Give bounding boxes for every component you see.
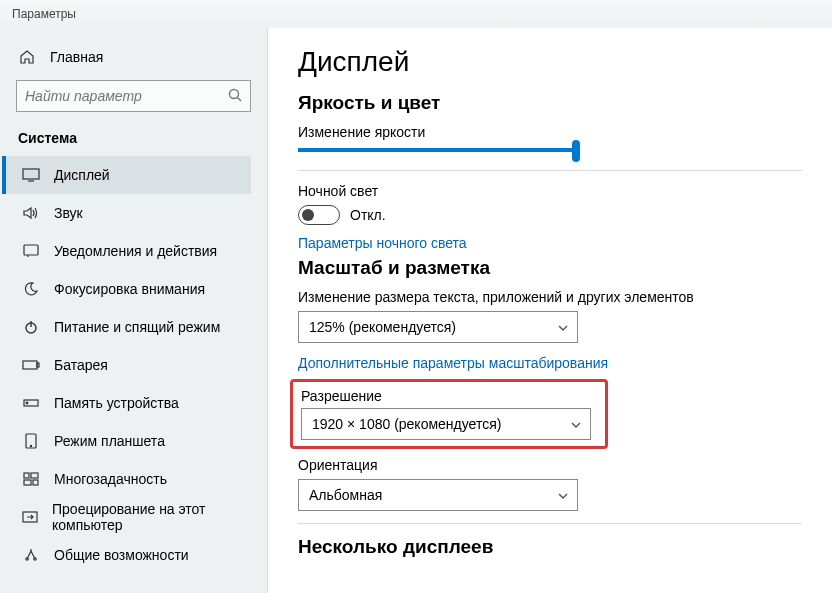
sidebar-item-label: Батарея <box>54 357 108 373</box>
svg-rect-4 <box>24 245 38 255</box>
sidebar-item-power[interactable]: Питание и спящий режим <box>2 308 251 346</box>
sidebar-item-label: Память устройства <box>54 395 179 411</box>
sidebar-item-label: Питание и спящий режим <box>54 319 220 335</box>
orientation-value: Альбомная <box>309 487 382 503</box>
sidebar-item-label: Уведомления и действия <box>54 243 217 259</box>
project-icon <box>22 508 38 526</box>
sidebar-item-notifications[interactable]: Уведомления и действия <box>2 232 251 270</box>
battery-icon <box>22 356 40 374</box>
svg-rect-14 <box>31 473 38 478</box>
toggle-state-label: Откл. <box>350 207 386 223</box>
night-light-settings-link[interactable]: Параметры ночного света <box>298 235 802 251</box>
night-light-label: Ночной свет <box>298 183 802 199</box>
sidebar-item-storage[interactable]: Память устройства <box>2 384 251 422</box>
notifications-icon <box>22 242 40 260</box>
sidebar-item-label: Звук <box>54 205 83 221</box>
home-icon <box>18 48 36 66</box>
svg-rect-7 <box>23 361 37 369</box>
sidebar-item-label: Режим планшета <box>54 433 165 449</box>
svg-point-12 <box>30 445 31 446</box>
divider <box>298 170 802 171</box>
multi-display-section-title: Несколько дисплеев <box>298 536 802 558</box>
svg-rect-8 <box>37 363 39 367</box>
resolution-highlight-annotation: Разрешение 1920 × 1080 (рекомендуется) <box>290 379 608 449</box>
sidebar-home-label: Главная <box>50 49 103 65</box>
sidebar-item-label: Общие возможности <box>54 547 189 563</box>
sidebar-item-label: Дисплей <box>54 167 110 183</box>
brightness-label: Изменение яркости <box>298 124 802 140</box>
shared-icon <box>22 546 40 564</box>
sidebar-item-project[interactable]: Проецирование на этот компьютер <box>2 498 251 536</box>
search-input[interactable] <box>16 80 251 112</box>
power-icon <box>22 318 40 336</box>
resolution-label: Разрешение <box>301 388 597 404</box>
scale-value: 125% (рекомендуется) <box>309 319 456 335</box>
scale-section-title: Масштаб и разметка <box>298 257 802 279</box>
resolution-select[interactable]: 1920 × 1080 (рекомендуется) <box>301 408 591 440</box>
sidebar-item-tablet[interactable]: Режим планшета <box>2 422 251 460</box>
advanced-scaling-link[interactable]: Дополнительные параметры масштабирования <box>298 355 802 371</box>
sidebar: Главная Система Дисплей Звук <box>0 28 268 593</box>
resolution-value: 1920 × 1080 (рекомендуется) <box>312 416 501 432</box>
sidebar-item-battery[interactable]: Батарея <box>2 346 251 384</box>
svg-point-10 <box>26 402 28 404</box>
sidebar-item-shared[interactable]: Общие возможности <box>2 536 251 574</box>
svg-point-0 <box>230 90 239 99</box>
search-box[interactable] <box>16 80 251 112</box>
sidebar-item-multitask[interactable]: Многозадачность <box>2 460 251 498</box>
scale-select[interactable]: 125% (рекомендуется) <box>298 311 578 343</box>
svg-rect-13 <box>24 473 29 478</box>
display-icon <box>22 166 40 184</box>
orientation-label: Ориентация <box>298 457 802 473</box>
multitask-icon <box>22 470 40 488</box>
brightness-section-title: Яркость и цвет <box>298 92 802 114</box>
sound-icon <box>22 204 40 222</box>
sidebar-section-label: Система <box>18 130 251 146</box>
page-title: Дисплей <box>298 46 802 78</box>
night-light-toggle[interactable] <box>298 205 340 225</box>
sidebar-item-label: Проецирование на этот компьютер <box>52 501 245 533</box>
divider <box>298 523 802 524</box>
svg-rect-2 <box>23 169 39 179</box>
title-bar: Параметры <box>0 0 832 28</box>
sidebar-item-display[interactable]: Дисплей <box>2 156 251 194</box>
sidebar-item-label: Фокусировка внимания <box>54 281 205 297</box>
sidebar-nav: Дисплей Звук Уведомления и действия Фоку… <box>16 156 251 574</box>
svg-line-1 <box>238 98 242 102</box>
brightness-slider[interactable] <box>298 148 578 152</box>
content-area: Дисплей Яркость и цвет Изменение яркости… <box>268 28 832 593</box>
sidebar-home[interactable]: Главная <box>16 40 251 80</box>
window-title: Параметры <box>12 7 76 21</box>
chevron-down-icon <box>557 487 569 503</box>
sidebar-item-label: Многозадачность <box>54 471 167 487</box>
focus-icon <box>22 280 40 298</box>
slider-thumb[interactable] <box>572 140 580 162</box>
svg-rect-15 <box>24 480 31 485</box>
storage-icon <box>22 394 40 412</box>
chevron-down-icon <box>570 416 582 432</box>
sidebar-item-sound[interactable]: Звук <box>2 194 251 232</box>
tablet-icon <box>22 432 40 450</box>
orientation-select[interactable]: Альбомная <box>298 479 578 511</box>
chevron-down-icon <box>557 319 569 335</box>
search-icon <box>227 87 243 106</box>
svg-rect-16 <box>33 480 38 485</box>
toggle-knob <box>302 209 314 221</box>
sidebar-item-focus[interactable]: Фокусировка внимания <box>2 270 251 308</box>
scale-label: Изменение размера текста, приложений и д… <box>298 289 802 305</box>
